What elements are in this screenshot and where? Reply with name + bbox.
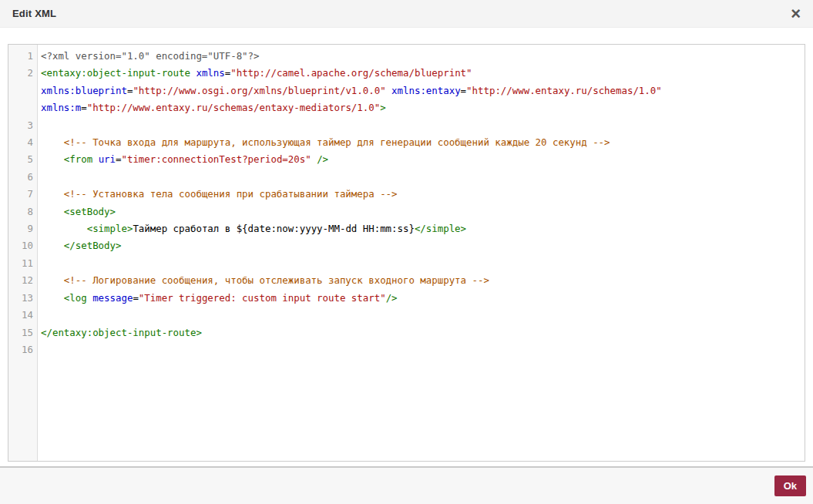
code-text — [38, 255, 805, 272]
code-line[interactable]: 8 <setBody> — [8, 203, 805, 220]
code-line[interactable]: 15</entaxy:object-input-route> — [8, 324, 805, 341]
dialog-title: Edit XML — [12, 8, 56, 19]
line-number: 5 — [8, 151, 38, 168]
code-line[interactable]: 4 <!-- Точка входа для маршрута, использ… — [8, 134, 805, 151]
code-line[interactable]: 3 — [8, 117, 805, 134]
code-line[interactable]: 16 — [8, 341, 805, 358]
line-number: 15 — [8, 324, 38, 341]
edit-xml-dialog: Edit XML × 1<?xml version="1.0" encoding… — [0, 0, 813, 504]
code-text: <from uri="timer:connectionTest?period=2… — [38, 151, 805, 168]
code-text: <!-- Установка тела сообщения при срабат… — [38, 186, 805, 203]
line-number: 2 — [8, 65, 38, 82]
code-text: <log message="Timer triggered: custom in… — [38, 290, 805, 307]
line-number: 9 — [8, 220, 38, 237]
code-line[interactable]: 12 <!-- Логирование сообщения, чтобы отс… — [8, 272, 805, 289]
code-line[interactable]: 9 <simple>Таймер сработал в ${date:now:y… — [8, 220, 805, 237]
line-number: 12 — [8, 272, 38, 289]
line-number: 16 — [8, 341, 38, 358]
code-lines: 1<?xml version="1.0" encoding="UTF-8"?>2… — [8, 48, 805, 358]
code-text — [38, 341, 805, 358]
code-text: <!-- Логирование сообщения, чтобы отслеж… — [38, 272, 805, 289]
line-number: 4 — [8, 134, 38, 151]
code-text: <simple>Таймер сработал в ${date:now:yyy… — [38, 220, 805, 237]
code-text — [38, 117, 805, 134]
code-line[interactable]: 10 </setBody> — [8, 237, 805, 254]
code-text: <?xml version="1.0" encoding="UTF-8"?> — [38, 48, 805, 65]
code-text: </setBody> — [38, 237, 805, 254]
ok-button[interactable]: Ok — [774, 475, 806, 496]
code-text — [38, 307, 805, 324]
code-text: <entaxy:object-input-route xmlns="http:/… — [38, 65, 805, 116]
code-line[interactable]: 13 <log message="Timer triggered: custom… — [8, 290, 805, 307]
dialog-header: Edit XML × — [0, 0, 813, 28]
line-number: 6 — [8, 169, 38, 186]
code-line[interactable]: 6 — [8, 169, 805, 186]
close-icon[interactable]: × — [791, 5, 801, 22]
line-number: 11 — [8, 255, 38, 272]
code-text: </entaxy:object-input-route> — [38, 324, 805, 341]
line-number: 3 — [8, 117, 38, 134]
line-number: 10 — [8, 237, 38, 254]
code-text: <setBody> — [38, 203, 805, 220]
line-number: 13 — [8, 290, 38, 307]
xml-code-editor[interactable]: 1<?xml version="1.0" encoding="UTF-8"?>2… — [8, 44, 805, 462]
line-number: 14 — [8, 307, 38, 324]
code-line[interactable]: 14 — [8, 307, 805, 324]
code-line[interactable]: 5 <from uri="timer:connectionTest?period… — [8, 151, 805, 168]
code-line[interactable]: 7 <!-- Установка тела сообщения при сраб… — [8, 186, 805, 203]
code-line[interactable]: 11 — [8, 255, 805, 272]
code-line[interactable]: 2<entaxy:object-input-route xmlns="http:… — [8, 65, 805, 116]
code-text — [38, 169, 805, 186]
line-number: 8 — [8, 203, 38, 220]
line-number: 7 — [8, 186, 38, 203]
dialog-footer: Ok — [0, 466, 813, 504]
line-number: 1 — [8, 48, 38, 65]
code-line[interactable]: 1<?xml version="1.0" encoding="UTF-8"?> — [8, 48, 805, 65]
code-text: <!-- Точка входа для маршрута, использую… — [38, 134, 805, 151]
